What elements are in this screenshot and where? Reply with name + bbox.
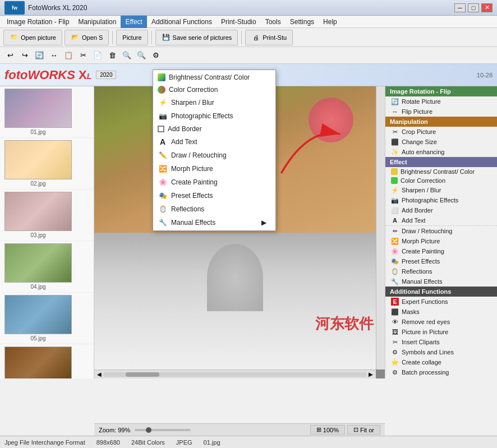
menu-effect[interactable]: Effect	[121, 16, 146, 28]
dd-color-correction[interactable]: Color Correction	[153, 84, 275, 96]
tb2-btn-9[interactable]: 🔍	[120, 49, 134, 62]
menu-tools[interactable]: Tools	[261, 16, 286, 28]
right-reflections[interactable]: 🪞 Reflections	[385, 266, 497, 276]
dd-morph-icon: 🔀	[158, 164, 168, 173]
scrollbar-thumb-h[interactable]	[126, 372, 159, 377]
dd-manual-icon: 🔧	[158, 218, 168, 227]
right-expert[interactable]: E Expert Functions	[385, 297, 497, 307]
thumbnail-06[interactable]: 06.jpg	[0, 344, 94, 378]
right-masks[interactable]: ⬛ Masks	[385, 307, 497, 317]
picture-button[interactable]: Picture	[116, 30, 148, 45]
right-auto-enhance[interactable]: ✨ Auto enhancing	[385, 147, 497, 157]
thumbnail-01[interactable]: 01.jpg	[0, 86, 94, 138]
close-button[interactable]: ✕	[481, 3, 493, 12]
tb2-btn-8[interactable]: 🗑	[105, 49, 119, 62]
right-add-text[interactable]: A Add Text	[385, 215, 497, 225]
dd-photographic[interactable]: 📷 Photographic Effects	[153, 109, 275, 123]
clipart-icon: ✂	[391, 338, 399, 346]
text-icon: A	[391, 216, 399, 224]
thumbnail-02[interactable]: 02.jpg	[0, 138, 94, 190]
tb2-btn-7[interactable]: 📄	[91, 49, 104, 62]
tb2-btn-1[interactable]: ↩	[3, 49, 17, 62]
dd-brightness[interactable]: Brightness/ Contrast/ Color	[153, 71, 275, 84]
menu-image-rotation[interactable]: Image Rotation - Flip	[2, 16, 73, 28]
dd-draw-icon: ✏️	[158, 151, 168, 160]
dd-preset-icon: 🎭	[158, 191, 168, 200]
thumb-img-06	[4, 347, 72, 378]
dd-add-border[interactable]: Add Border	[153, 123, 275, 135]
thumb-label-02: 02.jpg	[30, 181, 45, 187]
thumbnail-04[interactable]: 04.jpg	[0, 241, 94, 293]
right-symbols[interactable]: ⚙ Symbols and Lines	[385, 347, 497, 357]
open-s-button[interactable]: 📂 Open S	[65, 30, 109, 45]
dd-preset-effects[interactable]: 🎭 Preset Effects	[153, 189, 275, 202]
right-preset-effects[interactable]: 🎭 Preset Effects	[385, 256, 497, 266]
menu-additional[interactable]: Additional Functions	[147, 16, 217, 28]
dd-reflections[interactable]: 🪞 Reflections	[153, 202, 275, 216]
right-batch[interactable]: ⚙ Batch processing	[385, 367, 497, 377]
status-file-type: JPEG	[176, 439, 192, 446]
dd-add-text[interactable]: A Add Text	[153, 135, 275, 149]
right-color-correction[interactable]: Color Correction	[385, 176, 497, 185]
right-red-eyes[interactable]: 👁 Remove red eyes	[385, 317, 497, 327]
right-brightness[interactable]: Brightness/ Contrast/ Color	[385, 167, 497, 176]
dd-sharpen[interactable]: ⚡ Sharpen / Blur	[153, 96, 275, 109]
open-picture-button[interactable]: 📁 Open picture	[3, 30, 62, 45]
zoom-slider-thumb[interactable]	[146, 427, 151, 433]
thumbnail-03[interactable]: 03.jpg	[0, 190, 94, 241]
zoom-slider[interactable]	[135, 429, 191, 431]
scroll-right-button[interactable]: ▶	[367, 371, 375, 378]
right-create-painting[interactable]: 🌸 Create Painting	[385, 246, 497, 256]
dd-create-painting[interactable]: 🌸 Create Painting	[153, 175, 275, 189]
right-rotate-picture[interactable]: 🔄 Rotate Picture	[385, 96, 497, 107]
tb2-btn-3[interactable]: 🔄	[33, 49, 46, 62]
right-add-border[interactable]: ⬜ Add Border	[385, 205, 497, 215]
right-picture-in-picture[interactable]: 🖼 Picture in Picture	[385, 327, 497, 337]
right-draw-retouch[interactable]: ✏ Draw / Retouching	[385, 225, 497, 236]
right-cliparts[interactable]: ✂ Insert Cliparts	[385, 337, 497, 347]
app-icon: fw	[4, 1, 25, 15]
menu-help[interactable]: Help	[319, 16, 342, 28]
right-collage[interactable]: ⭐ Create collage	[385, 357, 497, 367]
effect-dropdown: Brightness/ Contrast/ Color Color Correc…	[153, 70, 276, 231]
thumb-label-03: 03.jpg	[30, 232, 45, 238]
tb2-btn-11[interactable]: ⚙	[149, 49, 163, 62]
menu-print-studio[interactable]: Print-Studio	[217, 16, 261, 28]
pip-icon: 🖼	[391, 328, 399, 336]
right-manual-effects[interactable]: 🔧 Manual Effects	[385, 276, 497, 287]
vertical-scrollbar[interactable]	[376, 86, 385, 370]
tb2-btn-5[interactable]: 📋	[62, 49, 75, 62]
thumbnail-panel: 01.jpg 02.jpg 03.jpg 04.jpg 05.jpg	[0, 86, 94, 378]
save-serie-button[interactable]: 💾 Save serie of pictures	[155, 30, 238, 45]
thumbnail-05[interactable]: 05.jpg	[0, 293, 94, 344]
thumb-img-05	[4, 295, 72, 334]
tb2-btn-10[interactable]: 🔍	[135, 49, 148, 62]
fit-all-icon: ⊡	[353, 426, 358, 433]
dd-manual-effects[interactable]: 🔧 Manual Effects ▶	[153, 216, 275, 229]
dd-brightness-icon	[158, 73, 165, 81]
horizontal-scrollbar[interactable]: ◀ ▶	[94, 370, 376, 378]
dd-painting-icon: 🌸	[158, 178, 168, 187]
dd-morph[interactable]: 🔀 Morph Picture	[153, 162, 275, 175]
right-crop[interactable]: ✂ Crop Picture	[385, 127, 497, 137]
maximize-button[interactable]: □	[468, 3, 479, 12]
minimize-button[interactable]: ─	[454, 3, 466, 12]
print-studio-button[interactable]: 🖨 Print-Stu	[245, 30, 293, 45]
right-change-size[interactable]: ⬛ Change Size	[385, 137, 497, 147]
right-sharpen[interactable]: ⚡ Sharpen / Blur	[385, 185, 497, 195]
thumb-img-02	[4, 140, 72, 179]
scroll-left-button[interactable]: ◀	[95, 371, 103, 378]
zoom-fit-button[interactable]: ⊡ Fit or	[347, 425, 380, 435]
menu-manipulation[interactable]: Manipulation	[73, 16, 121, 28]
scrollbar-track-h[interactable]	[103, 372, 367, 377]
right-morph[interactable]: 🔀 Morph Picture	[385, 236, 497, 246]
menu-settings[interactable]: Settings	[286, 16, 319, 28]
right-photographic[interactable]: 📷 Photographic Effects	[385, 195, 497, 205]
tb2-btn-2[interactable]: ↪	[18, 49, 31, 62]
zoom-100-button[interactable]: ⊞ 100%	[310, 425, 345, 435]
dd-draw-retouch[interactable]: ✏️ Draw / Retouching	[153, 149, 275, 162]
right-flip-picture[interactable]: ↔ Flip Picture	[385, 107, 497, 117]
crop-icon: ✂	[391, 128, 399, 136]
tb2-btn-4[interactable]: ↔	[47, 49, 61, 62]
tb2-btn-6[interactable]: ✂	[76, 49, 90, 62]
